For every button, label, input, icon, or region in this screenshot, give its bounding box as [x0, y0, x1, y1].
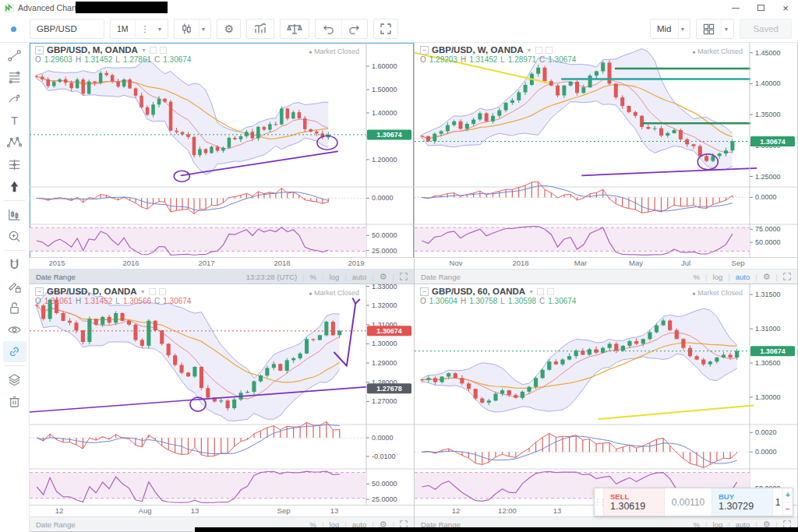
date-range-label[interactable]: Date Range — [36, 273, 76, 281]
legend-eye-icon[interactable] — [149, 288, 156, 295]
collapse-legend-icon[interactable]: − — [35, 46, 44, 55]
interval-caret-icon[interactable]: ▼ — [156, 19, 168, 38]
date-range-label[interactable]: Date Range — [421, 273, 461, 281]
legend-settings-icon[interactable] — [547, 288, 554, 295]
auto-scale-toggle[interactable]: auto — [736, 273, 750, 281]
text-tool[interactable]: T — [3, 111, 26, 132]
panel-title-caret-icon[interactable]: ▼ — [140, 289, 146, 294]
magnet-mode-tool[interactable] — [3, 254, 26, 275]
pane-maximize-icon[interactable] — [400, 273, 408, 281]
svg-text:1.30000: 1.30000 — [372, 340, 397, 347]
close-button[interactable]: × — [773, 0, 798, 16]
zoom-in-tool[interactable] — [3, 226, 26, 247]
legend-settings-icon[interactable] — [546, 47, 553, 54]
lock-drawings-tool[interactable] — [3, 298, 26, 319]
chart-canvas-daily[interactable]: 1.330001.320001.310001.300001.290001.280… — [30, 284, 415, 505]
drawing-toolbar: T — [0, 43, 30, 532]
price-mode-group: Mid ▼ — [650, 19, 690, 39]
fullscreen-group — [373, 19, 398, 39]
log-scale-toggle[interactable]: log — [713, 273, 723, 281]
time-axis[interactable]: 12Aug13Sep13 — [30, 505, 414, 516]
clock-utc: 13:23:28 (UTC) — [246, 273, 297, 281]
svg-text:1.29000: 1.29000 — [372, 359, 397, 367]
percent-scale-toggle[interactable]: % — [310, 273, 316, 281]
log-scale-toggle[interactable]: log — [330, 273, 340, 281]
ohlc-readout: O1.31061H1.31452L1.30566C1.30674 — [35, 297, 191, 305]
pane-settings-gear-icon[interactable]: ⚙ — [380, 272, 387, 282]
price-mode-caret-icon[interactable]: ▼ — [678, 19, 690, 38]
chart-canvas-monthly[interactable]: 1.600001.500001.400001.300001.200000.000… — [30, 43, 415, 257]
chart-panel-daily[interactable]: 1.330001.320001.310001.300001.290001.280… — [30, 284, 415, 532]
chart-panel-weekly[interactable]: 1.450001.400001.350001.300001.250000.000… — [415, 43, 798, 284]
indicators-icon[interactable] — [247, 19, 274, 38]
maximize-button[interactable] — [748, 0, 773, 16]
brush-tool[interactable] — [3, 89, 26, 110]
svg-text:1.40000: 1.40000 — [372, 109, 397, 117]
drag-handle-icon[interactable]: ⋮⋮ — [595, 488, 603, 516]
fullscreen-icon[interactable] — [374, 19, 397, 38]
candlestick-style-icon[interactable] — [175, 19, 199, 38]
buy-button[interactable]: BUY 1.30729 — [711, 488, 772, 516]
layout-caret-icon[interactable]: ▼ — [721, 19, 733, 38]
date-range-label[interactable]: Date Range — [36, 520, 76, 529]
quantity-increase-button[interactable]: + — [783, 488, 793, 502]
time-axis[interactable]: 20152016201720182019 — [30, 257, 414, 269]
quantity-decrease-button[interactable]: − — [783, 502, 793, 516]
save-button[interactable]: Saved — [740, 19, 792, 39]
pane-settings-gear-icon[interactable]: ⚙ — [763, 272, 771, 282]
pane-maximize-icon[interactable] — [783, 273, 791, 281]
legend-eye-icon[interactable] — [537, 288, 544, 295]
interval-label[interactable]: 1M — [111, 19, 135, 38]
svg-text:1.20000: 1.20000 — [372, 156, 397, 164]
object-tree-tool[interactable] — [3, 369, 26, 390]
svg-text:0.0000: 0.0000 — [372, 434, 394, 442]
arrow-marker-tool[interactable] — [3, 176, 26, 197]
hide-drawings-tool[interactable] — [3, 319, 26, 340]
percent-scale-toggle[interactable]: % — [694, 273, 700, 281]
redo-icon[interactable] — [341, 19, 367, 38]
price-mode-label[interactable]: Mid — [651, 19, 678, 38]
time-tick-label: Sep — [277, 506, 291, 515]
sync-drawings-tool[interactable] — [3, 341, 26, 362]
panel-title-caret-icon[interactable]: ▼ — [527, 48, 532, 53]
compare-scales-icon[interactable] — [281, 19, 309, 38]
legend-eye-icon[interactable] — [535, 47, 542, 54]
buy-label: BUY — [719, 492, 766, 501]
stay-in-drawing-mode-tool[interactable] — [3, 276, 26, 297]
symbol-box[interactable]: GBP/USD — [30, 19, 104, 39]
kebab-menu-icon[interactable]: ⋮ — [135, 19, 156, 38]
chart-style-caret-icon[interactable]: ▼ — [199, 19, 211, 38]
quantity-value[interactable]: 1 — [773, 488, 782, 516]
xabcd-pattern-tool[interactable] — [3, 132, 26, 153]
settings-gear-icon[interactable]: ⚙ — [217, 19, 240, 38]
fib-retracement-tool[interactable] — [3, 67, 26, 88]
order-ticket[interactable]: ⋮⋮ SELL 1.30619 0.00110 BUY 1.30729 1 + … — [594, 488, 793, 516]
forecast-tool[interactable] — [3, 154, 26, 175]
svg-text:50.0000: 50.0000 — [372, 480, 397, 488]
chart-canvas-weekly[interactable]: 1.450001.400001.350001.300001.250000.000… — [415, 43, 798, 257]
svg-text:1.30000: 1.30000 — [755, 393, 781, 401]
svg-text:0.0000: 0.0000 — [372, 194, 394, 202]
collapse-legend-icon[interactable]: − — [420, 46, 429, 55]
candlestick-pattern-tool[interactable] — [3, 204, 26, 225]
collapse-legend-icon[interactable]: − — [420, 287, 429, 296]
legend-eye-icon[interactable] — [150, 47, 157, 54]
time-tick-label: 12:00 — [498, 506, 517, 515]
sell-button[interactable]: SELL 1.30619 — [603, 488, 664, 516]
chart-canvas-hourly[interactable]: 1.315001.310001.305001.300000.00200.0000… — [415, 284, 798, 505]
auto-scale-toggle[interactable]: auto — [352, 273, 367, 281]
symbol-label[interactable]: GBP/USD — [30, 19, 83, 38]
remove-drawings-tool[interactable] — [3, 391, 26, 412]
legend-settings-icon[interactable] — [160, 47, 167, 54]
collapse-legend-icon[interactable]: − — [35, 287, 44, 296]
layout-grid-icon[interactable] — [697, 19, 721, 38]
minimize-button[interactable] — [723, 0, 748, 16]
undo-icon[interactable] — [316, 19, 341, 38]
time-axis[interactable]: Nov2018MarMayJulSep — [415, 257, 797, 269]
panel-title-caret-icon[interactable]: ▼ — [528, 289, 534, 294]
time-tick-label: 2018 — [512, 259, 528, 267]
panel-title-caret-icon[interactable]: ▼ — [141, 48, 147, 53]
trend-line-tool[interactable] — [3, 45, 26, 66]
chart-panel-monthly[interactable]: 1.600001.500001.400001.300001.200000.000… — [30, 43, 415, 284]
legend-settings-icon[interactable] — [159, 288, 166, 295]
